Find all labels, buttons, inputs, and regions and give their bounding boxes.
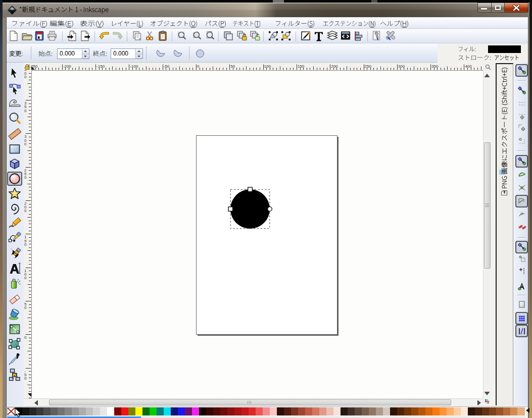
svg-text:200: 200 — [331, 64, 338, 69]
svg-text:0: 0 — [24, 75, 27, 79]
svg-text:0: 0 — [24, 208, 27, 213]
svg-text:0: 0 — [24, 376, 27, 381]
svg-text:0: 0 — [24, 242, 27, 247]
svg-text:300: 300 — [398, 64, 405, 69]
svg-text:100: 100 — [264, 64, 271, 69]
svg-text:0: 0 — [24, 175, 27, 180]
svg-text:250: 250 — [365, 64, 372, 69]
svg-text:0: 0 — [24, 142, 27, 146]
svg-text:150: 150 — [298, 64, 305, 69]
svg-text:0: 0 — [197, 64, 200, 69]
svg-text:-100: -100 — [130, 64, 138, 69]
svg-text:0: 0 — [24, 335, 27, 340]
svg-text:-200: -200 — [63, 64, 72, 69]
svg-text:-50: -50 — [164, 64, 170, 69]
svg-text:0: 0 — [24, 109, 27, 113]
svg-text:0: 0 — [24, 305, 27, 310]
svg-text:350: 350 — [431, 64, 439, 69]
svg-text:0: 0 — [24, 276, 27, 280]
svg-text:50: 50 — [230, 64, 235, 69]
svg-text:-150: -150 — [96, 64, 105, 69]
svg-text:400: 400 — [465, 64, 472, 69]
